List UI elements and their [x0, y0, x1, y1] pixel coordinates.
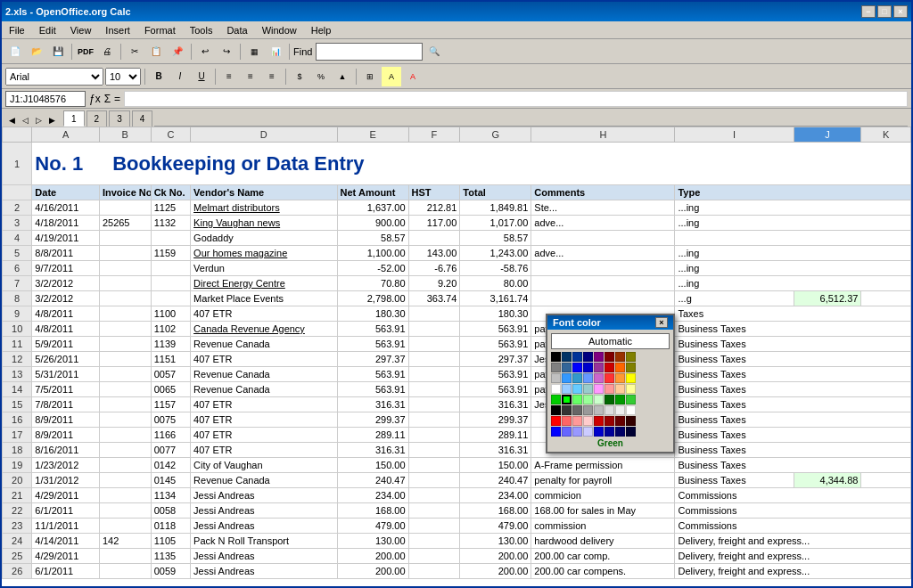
color-swatch[interactable] — [605, 373, 614, 383]
header-total[interactable]: Total — [460, 185, 531, 200]
header-vendor[interactable]: Vendor's Name — [191, 185, 337, 200]
underline-button[interactable]: U — [192, 67, 211, 86]
color-swatch[interactable] — [594, 384, 604, 394]
cut-button[interactable]: ✂ — [125, 42, 144, 61]
color-swatch[interactable] — [562, 373, 572, 383]
color-swatch[interactable] — [626, 427, 636, 437]
color-swatch[interactable] — [572, 352, 582, 362]
font-size-select[interactable]: 10 — [105, 68, 141, 86]
color-swatch[interactable] — [572, 384, 582, 394]
color-swatch[interactable] — [551, 395, 561, 404]
color-swatch[interactable] — [615, 405, 625, 415]
color-swatch[interactable] — [594, 363, 604, 372]
tab-scroll-next[interactable]: ▷ — [32, 114, 45, 127]
header-hst[interactable]: HST — [408, 185, 460, 200]
color-swatch[interactable] — [583, 395, 593, 404]
col-header-E[interactable]: E — [337, 127, 408, 143]
save-button[interactable]: 💾 — [48, 42, 68, 61]
color-picker-close-button[interactable]: × — [655, 317, 668, 328]
color-swatch[interactable] — [583, 352, 593, 362]
italic-button[interactable]: I — [170, 67, 190, 86]
color-swatch[interactable] — [605, 352, 614, 362]
color-swatch[interactable] — [615, 395, 625, 404]
color-swatch[interactable] — [626, 395, 636, 404]
color-swatch[interactable] — [594, 352, 604, 362]
color-swatch[interactable] — [583, 427, 593, 437]
search-button[interactable]: 🔍 — [424, 42, 444, 61]
bold-button[interactable]: B — [149, 67, 169, 86]
menu-view[interactable]: View — [67, 23, 95, 37]
open-button[interactable]: 📂 — [27, 42, 46, 61]
color-swatch[interactable] — [562, 352, 572, 362]
color-swatch[interactable] — [572, 373, 582, 383]
color-swatch[interactable] — [583, 416, 593, 426]
color-swatch[interactable] — [626, 405, 636, 415]
menu-data[interactable]: Data — [223, 23, 251, 37]
color-swatch[interactable] — [551, 416, 561, 426]
color-swatch[interactable] — [626, 363, 636, 372]
menu-format[interactable]: Format — [141, 23, 179, 37]
menu-insert[interactable]: Insert — [102, 23, 134, 37]
paste-button[interactable]: 📌 — [168, 42, 187, 61]
currency-button[interactable]: $ — [290, 67, 309, 86]
col-header-K[interactable]: K — [861, 127, 911, 143]
color-swatch-green-selected[interactable] — [562, 395, 572, 404]
col-header-C[interactable]: C — [151, 127, 190, 143]
tab-scroll-prev[interactable]: ◁ — [19, 114, 31, 127]
color-swatch[interactable] — [615, 384, 625, 394]
color-swatch[interactable] — [594, 416, 604, 426]
tab-scroll-right[interactable]: ▶ — [45, 114, 58, 127]
header-date[interactable]: Date — [32, 185, 100, 200]
percent-button[interactable]: % — [311, 67, 331, 86]
color-swatch[interactable] — [594, 405, 604, 415]
font-color-button[interactable]: A — [403, 67, 423, 86]
color-swatch[interactable] — [551, 363, 561, 372]
color-swatch[interactable] — [615, 416, 625, 426]
color-swatch[interactable] — [583, 373, 593, 383]
close-button[interactable]: × — [893, 5, 908, 18]
color-swatch[interactable] — [615, 373, 625, 383]
color-swatch[interactable] — [572, 405, 582, 415]
color-swatch[interactable] — [594, 427, 604, 437]
automatic-color-option[interactable]: Automatic — [551, 333, 670, 349]
tab-scroll-left[interactable]: ◀ — [5, 114, 18, 127]
color-swatch[interactable] — [605, 363, 614, 372]
color-swatch[interactable] — [583, 363, 593, 372]
highlight-button[interactable]: A — [382, 67, 401, 86]
header-net[interactable]: Net Amount — [337, 185, 408, 200]
align-center-button[interactable]: ≡ — [241, 67, 260, 86]
chart-button[interactable]: 📊 — [266, 42, 285, 61]
maximize-button[interactable]: □ — [877, 5, 892, 18]
align-right-button[interactable]: ≡ — [262, 67, 282, 86]
col-header-H[interactable]: H — [531, 127, 675, 143]
color-swatch[interactable] — [572, 416, 582, 426]
color-swatch[interactable] — [605, 395, 614, 404]
cell-reference-input[interactable]: J1:J1048576 — [5, 91, 86, 107]
new-button[interactable]: 📄 — [5, 42, 25, 61]
header-invoice[interactable]: Invoice No. — [99, 185, 151, 200]
header-type[interactable]: Type — [675, 185, 911, 200]
col-header-F[interactable]: F — [408, 127, 460, 143]
color-swatch[interactable] — [626, 373, 636, 383]
sheet-tab-1[interactable]: 1 — [63, 110, 85, 127]
color-swatch[interactable] — [562, 427, 572, 437]
border-button[interactable]: ⊞ — [360, 67, 380, 86]
col-header-J[interactable]: J — [794, 127, 861, 143]
color-swatch[interactable] — [615, 427, 625, 437]
color-swatch[interactable] — [572, 395, 582, 404]
pdf-button[interactable]: PDF — [76, 42, 95, 61]
col-header-D[interactable]: D — [191, 127, 337, 143]
header-comments[interactable]: Comments — [531, 185, 675, 200]
color-swatch[interactable] — [562, 363, 572, 372]
title-cell[interactable]: No. 1 Bookkeeping or Data Entry — [32, 143, 911, 185]
color-swatch[interactable] — [551, 427, 561, 437]
align-left-button[interactable]: ≡ — [219, 67, 239, 86]
color-swatch[interactable] — [551, 373, 561, 383]
search-input[interactable] — [316, 43, 423, 61]
color-swatch[interactable] — [626, 384, 636, 394]
col-header-A[interactable]: A — [32, 127, 100, 143]
menu-edit[interactable]: Edit — [36, 23, 60, 37]
minimize-button[interactable]: − — [861, 5, 876, 18]
color-swatch[interactable] — [562, 405, 572, 415]
sheet-tab-2[interactable]: 2 — [86, 110, 108, 127]
